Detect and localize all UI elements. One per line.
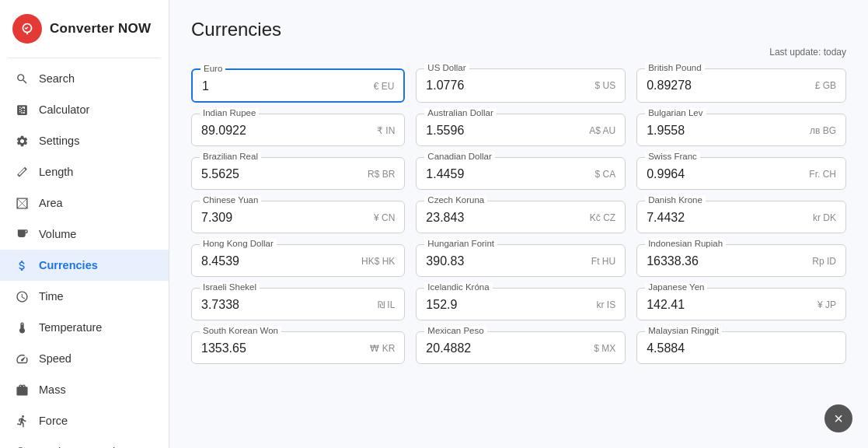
currency-value-input[interactable] — [426, 298, 591, 312]
currency-symbol: kr DK — [813, 212, 836, 223]
currency-card: Indonesian RupiahRp ID — [636, 244, 846, 277]
currency-value-input[interactable] — [201, 254, 357, 268]
currency-value-input[interactable] — [426, 341, 589, 355]
currency-symbol: ₩ KR — [370, 343, 395, 354]
currency-label: Indonesian Rupiah — [645, 239, 726, 248]
currency-row: ¥ JP — [647, 298, 836, 312]
currency-value-input[interactable] — [426, 167, 590, 181]
currency-symbol: $ MX — [594, 343, 615, 354]
sidebar-item-force-label: Force — [39, 415, 68, 427]
currency-value-input[interactable] — [426, 79, 590, 93]
sidebar-item-force[interactable]: Force — [0, 405, 169, 436]
sidebar-item-time-label: Time — [39, 290, 64, 303]
currency-row: лв BG — [647, 124, 836, 138]
currency-value-input[interactable] — [647, 254, 807, 268]
currency-value-input[interactable] — [647, 124, 805, 138]
currency-label: Bulgarian Lev — [645, 108, 706, 117]
currency-symbol: A$ AU — [589, 125, 615, 136]
currencies-icon — [14, 257, 30, 273]
currency-card: Swiss FrancFr. CH — [636, 157, 846, 190]
sidebar-item-length[interactable]: Length — [0, 156, 169, 187]
currency-card: Czech KorunaKč CZ — [416, 201, 626, 233]
currency-row: € EU — [202, 79, 394, 93]
currency-symbol: Ft HU — [591, 256, 615, 267]
currency-value-input[interactable] — [647, 341, 831, 355]
currency-card: Canadian Dollar$ CA — [416, 157, 626, 190]
currency-label: Brazilian Real — [200, 152, 261, 161]
currency-value-input[interactable] — [426, 124, 584, 138]
close-icon: × — [834, 411, 843, 426]
currency-row: $ CA — [426, 167, 615, 181]
currency-symbol: € EU — [374, 81, 395, 92]
currency-row: ₪ IL — [201, 298, 395, 312]
sidebar-item-currencies[interactable]: Currencies — [0, 250, 169, 281]
currency-card: Bulgarian Levлв BG — [636, 114, 846, 146]
main-content: Currencies Last update: today Euro€ EUUS… — [169, 0, 868, 448]
sidebar-item-calculator-label: Calculator — [39, 103, 89, 116]
calculator-icon — [14, 102, 30, 117]
currency-label: Mexican Peso — [424, 326, 486, 335]
length-icon — [14, 164, 30, 180]
currency-value-input[interactable] — [201, 298, 373, 312]
currency-value-input[interactable] — [201, 341, 365, 355]
currency-value-input[interactable] — [201, 124, 372, 138]
currency-label: Israeli Shekel — [200, 282, 260, 292]
currency-grid: Euro€ EUUS Dollar$ USBritish Pound£ GBIn… — [191, 68, 846, 364]
app-title: Converter NOW — [50, 21, 151, 37]
settings-icon — [14, 133, 30, 149]
currency-value-input[interactable] — [647, 298, 813, 312]
currency-symbol: ₹ IN — [377, 125, 395, 136]
currency-row: ₩ KR — [201, 341, 395, 355]
currency-symbol: $ CA — [594, 169, 615, 180]
app-logo: Converter NOW — [0, 0, 169, 58]
currency-card: Hong Kong DollarHK$ HK — [191, 244, 405, 277]
fuel-icon — [14, 444, 30, 448]
sidebar-item-mass[interactable]: Mass — [0, 374, 169, 405]
area-icon — [14, 195, 30, 211]
currency-label: Canadian Dollar — [424, 152, 494, 161]
sidebar-item-length-label: Length — [39, 166, 73, 178]
currency-label: Czech Koruna — [424, 195, 487, 205]
sidebar-item-settings[interactable]: Settings — [0, 125, 169, 156]
currency-label: Hong Kong Dollar — [200, 239, 277, 248]
currency-symbol: ¥ JP — [817, 299, 836, 310]
sidebar-nav: Search Calculator Settings Length — [0, 58, 169, 448]
currency-row: Kč CZ — [426, 211, 615, 225]
sidebar-item-time[interactable]: Time — [0, 281, 169, 312]
sidebar-item-volume[interactable]: Volume — [0, 219, 169, 250]
scroll-button[interactable]: × — [824, 404, 852, 432]
currency-value-input[interactable] — [202, 79, 369, 93]
currency-card: Brazilian RealR$ BR — [191, 157, 405, 190]
currency-symbol: HK$ HK — [361, 256, 395, 267]
currency-value-input[interactable] — [647, 167, 804, 181]
sidebar-item-temperature[interactable]: Temperature — [0, 312, 169, 343]
last-update: Last update: today — [191, 47, 846, 58]
currency-card: South Korean Won₩ KR — [191, 331, 405, 364]
sidebar-item-speed[interactable]: Speed — [0, 343, 169, 374]
sidebar-item-fuel[interactable]: Fuel consumption — [0, 436, 169, 448]
currency-value-input[interactable] — [426, 211, 584, 225]
temperature-icon — [14, 320, 30, 335]
currency-label: South Korean Won — [200, 326, 281, 335]
speed-icon — [14, 351, 30, 366]
currency-symbol: kr IS — [597, 299, 616, 310]
sidebar-item-search[interactable]: Search — [0, 63, 169, 94]
currency-label: Japanese Yen — [645, 282, 707, 292]
currency-card: US Dollar$ US — [416, 68, 626, 103]
sidebar: Converter NOW Search Calculator Settings — [0, 0, 169, 448]
currency-row: ₹ IN — [201, 124, 395, 138]
currency-value-input[interactable] — [426, 254, 586, 268]
sidebar-item-calculator[interactable]: Calculator — [0, 94, 169, 125]
currency-card: Australian DollarA$ AU — [416, 114, 626, 146]
currency-card: Japanese Yen¥ JP — [636, 288, 846, 320]
currency-label: Australian Dollar — [424, 108, 496, 117]
currency-card: Malaysian Ringgit — [636, 331, 846, 364]
currency-row: HK$ HK — [201, 254, 395, 268]
currency-row: £ GB — [647, 79, 836, 93]
currency-value-input[interactable] — [201, 211, 369, 225]
currency-card: Mexican Peso$ MX — [416, 331, 626, 364]
currency-value-input[interactable] — [201, 167, 363, 181]
currency-value-input[interactable] — [647, 79, 810, 93]
sidebar-item-area[interactable]: Area — [0, 187, 169, 219]
currency-value-input[interactable] — [647, 211, 808, 225]
